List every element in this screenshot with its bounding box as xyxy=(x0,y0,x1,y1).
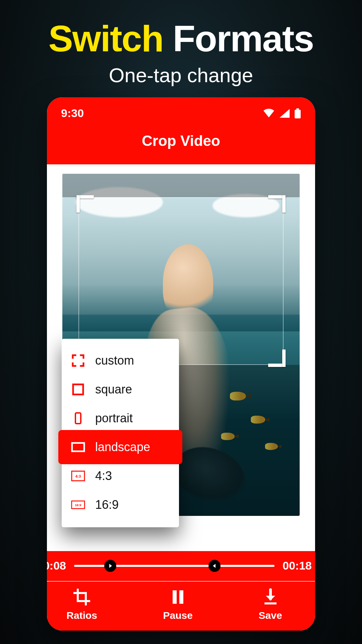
ratios-button[interactable]: Ratios xyxy=(66,588,97,621)
ratio-option-4_3[interactable]: 4:34:3 xyxy=(62,462,179,490)
crop-handle-br[interactable] xyxy=(268,350,286,367)
action-bar: Ratios Pause Save xyxy=(47,582,315,621)
svg-rect-1 xyxy=(295,110,301,118)
trim-handle-end[interactable] xyxy=(208,560,221,572)
pause-icon xyxy=(169,588,187,606)
phone-frame: 9:30 Crop Video xyxy=(47,97,315,631)
wifi-icon xyxy=(263,109,275,118)
ratio-option-portrait[interactable]: portrait xyxy=(62,404,179,433)
svg-rect-4 xyxy=(264,602,277,604)
square-ratio-icon xyxy=(71,382,85,396)
svg-text:16:9: 16:9 xyxy=(75,503,81,507)
timeline: 00:08 00:18 xyxy=(47,551,315,572)
svg-rect-7 xyxy=(72,443,84,451)
pause-label: Pause xyxy=(163,610,193,621)
save-button[interactable]: Save xyxy=(259,588,282,621)
ratio-option-landscape[interactable]: landscape xyxy=(62,433,179,462)
crop-handle-tr[interactable] xyxy=(268,195,286,213)
hero-title-accent: Switch xyxy=(48,18,163,59)
svg-text:4:3: 4:3 xyxy=(75,474,81,478)
time-start: 00:08 xyxy=(47,559,66,572)
crop-handle-tl[interactable] xyxy=(76,195,94,213)
ratio-option-label: square xyxy=(95,382,132,396)
ratio-option-label: portrait xyxy=(95,411,133,425)
pause-button[interactable]: Pause xyxy=(163,588,193,621)
ratio-option-custom[interactable]: custom xyxy=(62,346,179,375)
svg-rect-0 xyxy=(296,108,299,110)
16_9-ratio-icon: 16:9 xyxy=(71,498,85,512)
ratio-option-16_9[interactable]: 16:916:9 xyxy=(62,490,179,519)
page-title: Crop Video xyxy=(47,132,315,149)
hero-title: Switch Formats xyxy=(0,20,362,57)
4_3-ratio-icon: 4:3 xyxy=(71,469,85,483)
app-header: 9:30 Crop Video xyxy=(47,97,315,164)
ratio-option-label: landscape xyxy=(95,440,150,454)
ratios-label: Ratios xyxy=(66,610,97,621)
ratio-option-label: custom xyxy=(95,354,134,368)
hero-subtitle: One-tap change xyxy=(0,64,362,87)
svg-rect-3 xyxy=(179,590,183,604)
save-label: Save xyxy=(259,610,282,621)
status-icons xyxy=(263,108,301,118)
svg-rect-5 xyxy=(73,384,83,394)
download-icon xyxy=(261,588,280,606)
portrait-ratio-icon xyxy=(71,411,85,425)
ratio-menu: customsquareportraitlandscape4:34:316:91… xyxy=(62,339,179,527)
bottom-bar: 00:08 00:18 Rati xyxy=(47,551,315,631)
battery-icon xyxy=(294,108,301,118)
hero-title-rest: Formats xyxy=(173,18,314,59)
status-bar: 9:30 xyxy=(47,97,315,120)
status-time: 9:30 xyxy=(61,107,84,120)
promo-hero: Switch Formats One-tap change xyxy=(0,0,362,87)
ratio-option-label: 16:9 xyxy=(95,498,119,512)
landscape-ratio-icon xyxy=(71,440,85,454)
ratio-option-square[interactable]: square xyxy=(62,375,179,404)
time-end: 00:18 xyxy=(283,559,312,572)
custom-ratio-icon xyxy=(71,354,85,368)
trim-track[interactable] xyxy=(74,565,275,567)
signal-icon xyxy=(280,109,290,118)
trim-handle-start[interactable] xyxy=(104,560,116,572)
ratio-option-label: 4:3 xyxy=(95,469,112,483)
svg-rect-2 xyxy=(173,590,177,604)
crop-icon xyxy=(72,588,91,606)
svg-rect-6 xyxy=(75,413,81,424)
